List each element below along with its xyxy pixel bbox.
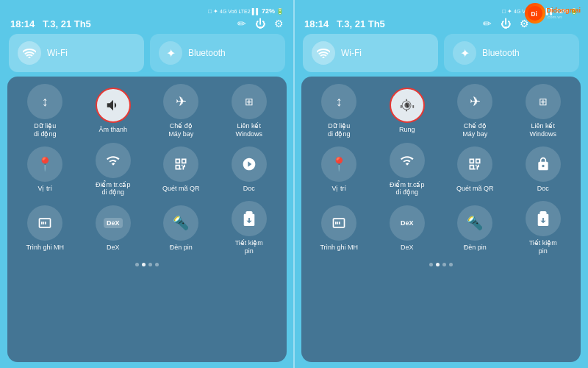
right-grid-data-mobile[interactable]: ↕ Dữ liệudi động <box>307 84 371 138</box>
left-header-actions: ✏ ⏻ ⚙ <box>237 18 284 29</box>
right-time-date: 18:14 T.3, 21 Th5 <box>304 18 385 29</box>
left-grid-location[interactable]: 📍 Vị trí <box>13 143 77 197</box>
left-time-date: 18:14 T.3, 21 Th5 <box>10 18 91 29</box>
right-grid-hotspot[interactable]: Điểm tr.cấpdi động <box>376 143 440 197</box>
left-location-icon: 📍 <box>27 146 62 182</box>
left-grid-hotspot[interactable]: Điểm tr.cấpdi động <box>82 143 146 197</box>
left-dex-icon: DeX <box>96 205 131 241</box>
right-header-actions: ✏ ⏻ ⚙ <box>483 18 529 29</box>
right-grid-windows[interactable]: ⊞ Liên kếtWindows <box>512 84 576 138</box>
left-sound-icon <box>96 88 131 123</box>
left-edit-icon[interactable]: ✏ <box>237 18 246 29</box>
right-grid-row-1: ↕ Dữ liệudi động Rung ✈ Chế độMáy bay ⊞ … <box>307 84 575 138</box>
logo-area: Di Didongmai .com.vn <box>525 3 581 24</box>
left-grid-dex[interactable]: DeX DeX <box>82 201 146 255</box>
left-grid-windows[interactable]: ⊞ Liên kếtWindows <box>218 84 282 138</box>
left-grid-airplane[interactable]: ✈ Chế độMáy bay <box>149 84 213 138</box>
left-bluetooth-label: Bluetooth <box>188 48 226 58</box>
left-dot-4 <box>155 263 159 266</box>
right-power-icon[interactable]: ⏻ <box>501 18 511 29</box>
logo-icon: Di <box>525 3 545 24</box>
left-header: 18:14 T.3, 21 Th5 ✏ ⏻ ⚙ <box>7 16 287 34</box>
panel-divider <box>293 0 295 368</box>
left-battery-save-icon <box>232 201 267 236</box>
left-dot-2 <box>142 263 146 266</box>
left-doc-icon <box>232 146 267 182</box>
left-grid-panel: ↕ Dữ liệudi động Âm thanh ✈ Chế độMáy ba… <box>7 77 287 362</box>
right-dot-3 <box>442 263 446 266</box>
right-wifi-label: Wi-Fi <box>341 48 362 58</box>
right-grid-doc[interactable]: Doc <box>512 143 576 197</box>
right-grid-row-3: Trình ghi MH DeX DeX 🔦 Đèn pin Tiết kiệm… <box>307 201 575 255</box>
left-grid-flashlight[interactable]: 🔦 Đèn pin <box>149 201 213 255</box>
right-dot-4 <box>449 263 453 266</box>
left-dots <box>13 260 281 266</box>
right-doc-icon <box>526 146 561 182</box>
left-grid-data-mobile[interactable]: ↕ Dữ liệudi động <box>13 84 77 138</box>
left-grid-row-1: ↕ Dữ liệudi động Âm thanh ✈ Chế độMáy ba… <box>13 84 281 138</box>
left-grid-qr[interactable]: Quét mã QR <box>149 143 213 197</box>
left-qr-icon <box>163 146 198 182</box>
left-data-mobile-icon: ↕ <box>27 84 62 119</box>
right-dex-icon: DeX <box>390 205 425 241</box>
svg-text:Di: Di <box>531 11 537 18</box>
left-hotspot-icon <box>96 143 131 178</box>
right-screen-record-icon <box>321 205 356 241</box>
right-flashlight-icon: 🔦 <box>457 205 492 241</box>
right-bluetooth-icon: ✦ <box>453 41 476 65</box>
left-bluetooth-toggle[interactable]: ✦ Bluetooth <box>150 34 285 72</box>
right-bluetooth-label: Bluetooth <box>482 48 520 58</box>
left-grid-doc[interactable]: Doc <box>218 143 282 197</box>
right-vibrate-icon <box>390 88 425 123</box>
logo-text: Didongmai <box>547 7 581 15</box>
right-dots <box>307 260 575 266</box>
left-grid-row-2: 📍 Vị trí Điểm tr.cấpdi động Quét mã QR <box>13 143 281 197</box>
right-bluetooth-toggle[interactable]: ✦ Bluetooth <box>444 34 579 72</box>
right-grid-screen-record[interactable]: Trình ghi MH <box>307 201 371 255</box>
left-power-icon[interactable]: ⏻ <box>255 18 265 29</box>
logo-text-area: Didongmai .com.vn <box>547 7 581 19</box>
left-grid-screen-record[interactable]: Trình ghi MH <box>13 201 77 255</box>
right-grid-flashlight[interactable]: 🔦 Đèn pin <box>443 201 507 255</box>
right-airplane-icon: ✈ <box>457 84 492 119</box>
right-wifi-toggle[interactable]: Wi-Fi <box>303 34 438 72</box>
right-data-mobile-icon: ↕ <box>321 84 356 119</box>
right-grid-vibrate[interactable]: Rung <box>376 84 440 138</box>
right-hotspot-icon <box>390 143 425 178</box>
left-flashlight-icon: 🔦 <box>163 205 198 241</box>
right-windows-icon: ⊞ <box>526 84 561 119</box>
left-quick-toggles: Wi-Fi ✦ Bluetooth <box>7 34 287 77</box>
left-panel: □✦4GVo6LTE2▌▌ 72% 🔋 18:14 T.3, 21 Th5 ✏ … <box>0 0 294 368</box>
left-screen-record-icon <box>27 205 62 241</box>
left-wifi-toggle[interactable]: Wi-Fi <box>9 34 144 72</box>
right-qr-icon <box>457 146 492 182</box>
left-dot-3 <box>148 263 152 266</box>
left-grid-sound[interactable]: Âm thanh <box>82 84 146 138</box>
right-grid-qr[interactable]: Quét mã QR <box>443 143 507 197</box>
left-bluetooth-icon: ✦ <box>159 41 182 65</box>
left-airplane-icon: ✈ <box>163 84 198 119</box>
left-status-icons: □✦4GVo6LTE2▌▌ 72% 🔋 <box>208 7 284 15</box>
right-dot-1 <box>429 263 433 266</box>
right-location-icon: 📍 <box>321 146 356 182</box>
right-grid-battery-save[interactable]: Tiết kiệmpin <box>512 201 576 255</box>
left-settings-icon[interactable]: ⚙ <box>274 18 284 29</box>
right-grid-airplane[interactable]: ✈ Chế độMáy bay <box>443 84 507 138</box>
left-grid-battery-save[interactable]: Tiết kiệmpin <box>218 201 282 255</box>
left-status-bar: □✦4GVo6LTE2▌▌ 72% 🔋 <box>7 6 287 16</box>
left-windows-icon: ⊞ <box>232 84 267 119</box>
right-dot-2 <box>436 263 440 266</box>
left-wifi-label: Wi-Fi <box>47 48 68 58</box>
right-panel: Di Didongmai .com.vn □✦4GVo6LTE2▌▌ 72% 🔋… <box>294 0 588 368</box>
right-quick-toggles: Wi-Fi ✦ Bluetooth <box>301 34 581 77</box>
left-dot-1 <box>135 263 139 266</box>
right-wifi-icon <box>312 41 335 65</box>
right-battery-save-icon <box>526 201 561 236</box>
logo-subtext: .com.vn <box>547 15 562 19</box>
right-edit-icon[interactable]: ✏ <box>483 18 492 29</box>
right-grid-location[interactable]: 📍 Vị trí <box>307 143 371 197</box>
right-grid-dex[interactable]: DeX DeX <box>376 201 440 255</box>
left-grid-row-3: Trình ghi MH DeX DeX 🔦 Đèn pin Tiết kiệm… <box>13 201 281 255</box>
right-grid-row-2: 📍 Vị trí Điểm tr.cấpdi động Quét mã QR <box>307 143 575 197</box>
right-grid-panel: ↕ Dữ liệudi động Rung ✈ Chế độMáy bay ⊞ … <box>301 77 581 362</box>
